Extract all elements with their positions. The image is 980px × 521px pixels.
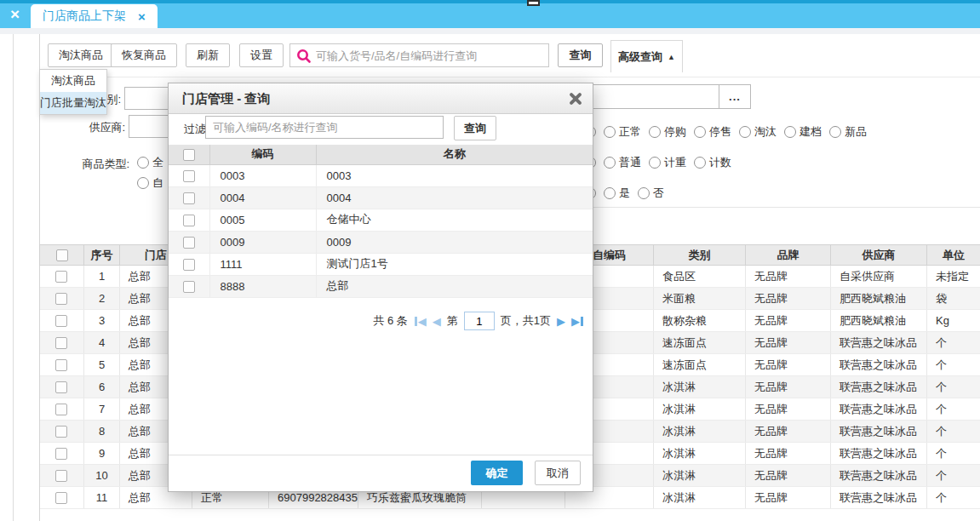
- refresh-button[interactable]: 刷新: [186, 43, 230, 67]
- panel-close-icon[interactable]: ×: [10, 6, 20, 23]
- products-cell: 个: [927, 487, 980, 509]
- search-input[interactable]: [290, 44, 548, 66]
- products-cell: 个: [927, 443, 980, 465]
- product-type-custom-radio[interactable]: [137, 177, 149, 189]
- status-label-2: 停售: [709, 124, 731, 140]
- last-page-icon[interactable]: ▶: [571, 315, 584, 328]
- bool-radio-0[interactable]: [604, 187, 616, 199]
- products-cell: 无品牌: [746, 354, 831, 376]
- row-checkbox[interactable]: [55, 359, 67, 371]
- tab-close-icon[interactable]: ×: [138, 9, 146, 24]
- store-row-checkbox[interactable]: [183, 281, 195, 293]
- stores-col-header-0: 编码: [209, 145, 316, 164]
- products-cell: 个: [927, 354, 980, 376]
- stores-cell: 仓储中心: [316, 209, 593, 231]
- product-type-all-radio[interactable]: [137, 157, 149, 169]
- stores-cell: 0004: [209, 186, 316, 209]
- products-col-header-9: 供应商: [831, 245, 927, 266]
- products-cell: 1: [84, 266, 120, 288]
- tab-store-product-shelf[interactable]: 门店商品上下架 ×: [31, 4, 158, 28]
- products-cell: 肥西晓斌粮油: [831, 288, 927, 310]
- measure-radio-1[interactable]: [649, 157, 661, 169]
- products-cell: 联营惠之味冰品: [831, 487, 927, 509]
- products-cell: 3: [84, 310, 120, 332]
- chevron-up-icon: ▲: [668, 53, 675, 61]
- settings-button[interactable]: 设置: [239, 43, 284, 67]
- menu-item-eliminate-product[interactable]: 淘汰商品: [40, 70, 106, 92]
- advanced-query-button[interactable]: 高级查询 ▲: [610, 40, 683, 72]
- menu-item-store-batch-eliminate[interactable]: 门店批量淘汰: [40, 92, 106, 114]
- row-checkbox[interactable]: [55, 315, 67, 327]
- tab-label: 门店商品上下架: [43, 9, 126, 24]
- measure-label-1: 计重: [664, 155, 686, 170]
- status-radio-4[interactable]: [784, 126, 796, 138]
- stores-row-4[interactable]: 00090009: [169, 231, 593, 253]
- eliminate-product-button[interactable]: 淘汰商品: [48, 43, 114, 67]
- products-cell: 冰淇淋: [654, 487, 746, 509]
- stores-row-2[interactable]: 00040004: [169, 186, 593, 209]
- stores-row-5[interactable]: 1111测试门店1号: [169, 253, 593, 275]
- stores-cell: 测试门店1号: [316, 253, 593, 275]
- prev-page-icon[interactable]: ◀: [433, 315, 441, 328]
- products-cell: 9: [84, 443, 120, 465]
- dialog-footer-divider: [169, 455, 593, 455]
- select-all-checkbox[interactable]: [56, 249, 68, 261]
- dialog-filter-input[interactable]: [205, 116, 444, 139]
- query-button[interactable]: 查询: [558, 43, 603, 67]
- products-cell: 10: [84, 465, 120, 487]
- stores-select-all-checkbox[interactable]: [183, 149, 195, 161]
- row-checkbox[interactable]: [55, 426, 67, 438]
- status-radio-5[interactable]: [829, 126, 841, 138]
- row-checkbox[interactable]: [55, 470, 67, 482]
- status-radio-3[interactable]: [739, 126, 751, 138]
- next-page-icon[interactable]: ▶: [557, 315, 565, 328]
- page-number-input[interactable]: [464, 312, 495, 330]
- store-row-checkbox[interactable]: [183, 259, 195, 271]
- stores-row-6[interactable]: 8888总部: [169, 275, 593, 297]
- status-label-5: 新品: [845, 124, 867, 140]
- cancel-button[interactable]: 取消: [535, 461, 581, 485]
- row-checkbox[interactable]: [55, 293, 67, 305]
- row-checkbox[interactable]: [55, 381, 67, 393]
- products-cell: 7: [84, 398, 120, 421]
- store-row-checkbox[interactable]: [183, 170, 195, 182]
- bool-radio-1[interactable]: [638, 187, 650, 199]
- restore-product-button[interactable]: 恢复商品: [111, 43, 177, 67]
- products-cell: 联营惠之味冰品: [831, 354, 927, 376]
- products-cell: 无品牌: [746, 376, 831, 398]
- products-col-header-7: 类别: [654, 245, 746, 266]
- status-radio-0[interactable]: [604, 126, 616, 138]
- confirm-button[interactable]: 确定: [471, 461, 523, 485]
- row-checkbox[interactable]: [55, 337, 67, 349]
- product-type-custom-label: 自: [152, 175, 163, 191]
- left-panel-border: [13, 34, 14, 521]
- row-checkbox[interactable]: [55, 404, 67, 415]
- measure-radio-2[interactable]: [694, 157, 706, 169]
- stores-col-header-1: 名称: [316, 145, 593, 164]
- store-picker-button[interactable]: ...: [719, 84, 751, 109]
- store-row-checkbox[interactable]: [183, 192, 195, 204]
- products-cell: 6: [84, 376, 120, 398]
- products-cell: 无品牌: [746, 398, 831, 421]
- first-page-icon[interactable]: ◀: [414, 315, 427, 328]
- row-checkbox[interactable]: [55, 492, 67, 504]
- status-radio-2[interactable]: [694, 126, 706, 138]
- status-radio-1[interactable]: [649, 126, 661, 138]
- measure-radio-0[interactable]: [604, 157, 616, 169]
- dialog-close-icon[interactable]: [569, 92, 582, 106]
- row-checkbox[interactable]: [55, 271, 67, 283]
- products-cell: 个: [927, 421, 980, 443]
- store-row-checkbox[interactable]: [183, 237, 195, 249]
- total-count: 共 6 条: [373, 313, 407, 329]
- dialog-query-button[interactable]: 查询: [454, 116, 496, 140]
- store-row-checkbox[interactable]: [183, 215, 195, 226]
- products-cell: 食品区: [654, 266, 746, 288]
- stores-row-1[interactable]: 00030003: [169, 164, 593, 186]
- eliminate-dropdown-menu: 淘汰商品 门店批量淘汰: [39, 69, 107, 115]
- row-checkbox[interactable]: [55, 448, 67, 460]
- products-cell: 无品牌: [746, 421, 831, 443]
- products-cell: 联营惠之味冰品: [831, 398, 927, 421]
- stores-row-3[interactable]: 0005仓储中心: [169, 209, 593, 231]
- page-suffix: 页，共1页: [501, 313, 551, 329]
- bool-label-0: 是: [619, 186, 630, 201]
